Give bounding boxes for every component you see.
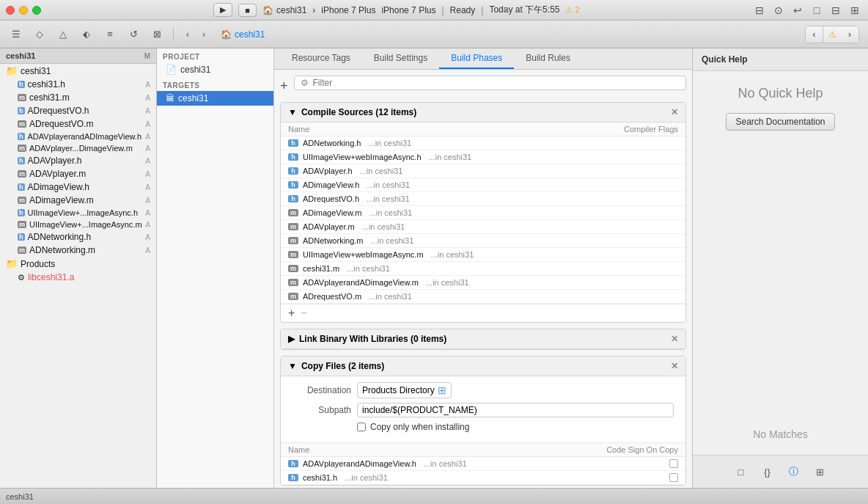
add-file-button[interactable]: + (288, 307, 295, 319)
panel-left-icon[interactable]: ⊟ (752, 3, 767, 18)
snippet-icon[interactable]: ⬖ (76, 24, 97, 45)
table-row: m ADAVplayerandADimageView.m ...in ceshi… (281, 276, 685, 290)
table-row: h ADAVplayer.h ...in ceshi31 (281, 164, 685, 178)
qh-code-icon[interactable]: {} (759, 463, 776, 481)
h-file-icon: h (18, 107, 25, 114)
copy-phase-close-button[interactable]: ✕ (671, 361, 678, 371)
search-documentation-button[interactable]: Search Documentation (726, 113, 834, 131)
file-location: ...in ceshi31 (347, 264, 390, 273)
filter-input[interactable] (313, 78, 680, 88)
subpath-input[interactable] (357, 403, 674, 417)
history-icon[interactable]: ↺ (123, 24, 144, 45)
code-sign-checkbox[interactable] (669, 459, 678, 468)
project-panel-target-item[interactable]: 🏛 ceshi31 (157, 91, 273, 106)
file-name: ceshi31.m (303, 264, 339, 273)
maximize-button[interactable] (32, 6, 41, 15)
debug-icon[interactable]: ⊙ (771, 3, 786, 18)
file-name: ADrequestVO.h (303, 194, 359, 203)
breadcrumb-text[interactable]: ceshi31 (235, 29, 265, 40)
sidebar-item-adimageviewh[interactable]: h ADimageView.h A (0, 180, 156, 194)
sidebar-item-adnetworkingh[interactable]: h ADNetworking.h A (0, 230, 156, 244)
bookmark-icon[interactable]: ⊠ (147, 24, 167, 45)
sidebar-item-label: ADAVplayer.h (28, 156, 82, 166)
sidebar-item-uiimageviewh[interactable]: h UIImageView+...ImageAsync.h A (0, 207, 156, 219)
tab-resource-tags[interactable]: Resource Tags (280, 48, 362, 69)
sidebar-header: ceshi31 M (0, 48, 156, 64)
warning-icon[interactable]: △ (53, 24, 73, 45)
sidebar-item-adimageviewm[interactable]: m ADimageView.m A (0, 194, 156, 207)
split-h-icon[interactable]: ⊟ (828, 3, 843, 18)
file-name: ADNetworking.m (303, 236, 364, 245)
copy-phase-arrow: ▼ (288, 361, 297, 371)
breakpoint-icon[interactable]: ◇ (29, 24, 50, 45)
sidebar-item-label: ADNetworking.m (29, 245, 95, 255)
code-sign-checkbox[interactable] (669, 473, 678, 482)
file-name: ADAVplayerandADimageView.h (303, 459, 416, 468)
run-button[interactable]: ▶ (213, 3, 232, 17)
sidebar-item-adavplayerm2[interactable]: m ADAVplayer.m A (0, 167, 156, 180)
remove-file-button[interactable]: − (301, 307, 306, 319)
link-phase-close-button[interactable]: ✕ (671, 334, 678, 344)
quick-help-header: Quick Help (693, 48, 868, 71)
sidebar-item-ceshi31h[interactable]: h ceshi31.h A (0, 78, 156, 91)
sidebar-item-adavplayerh2[interactable]: h ADAVplayer.h A (0, 154, 156, 167)
qh-info-icon[interactable]: ⓘ (785, 463, 803, 481)
tab-build-rules[interactable]: Build Rules (514, 48, 582, 69)
destination-select[interactable]: Products Directory ⊞ (357, 382, 452, 398)
tab-build-phases[interactable]: Build Phases (439, 48, 514, 69)
project-label: 🏠 ceshi31 (262, 5, 306, 15)
status-separator: | (441, 5, 444, 15)
file-type-badge: h (288, 167, 298, 175)
sidebar-item-root-folder[interactable]: 📁 ceshi31 (0, 64, 156, 78)
close-button[interactable] (6, 6, 15, 15)
sidebar-item-adavplayerh[interactable]: h ADAVplayerandADImageView.h A (0, 131, 156, 142)
qh-book-icon[interactable]: ⊞ (812, 463, 829, 481)
file-badge: A (145, 183, 150, 191)
compile-sources-header[interactable]: ▼ Compile Sources (12 items) ✕ (281, 103, 685, 123)
split-v-icon[interactable]: ⊞ (847, 3, 862, 18)
status-text: ceshi31 (6, 492, 34, 501)
file-location: ...in ceshi31 (368, 139, 411, 147)
tab-build-settings[interactable]: Build Settings (362, 48, 439, 69)
sidebar-item-label: ADAVplayerandADImageView.h (28, 132, 142, 141)
table-row: m UIImageView+webImageAsync.m ...in cesh… (281, 248, 685, 262)
folder-icon: 📁 (6, 65, 18, 76)
sidebar-item-adrequestVOh[interactable]: h ADrequestVO.h A (0, 104, 156, 117)
qh-file-icon[interactable]: □ (732, 463, 750, 481)
phase-warning-next-button[interactable]: › (841, 26, 858, 43)
minimize-button[interactable] (19, 6, 28, 15)
copy-files-header[interactable]: ▼ Copy Files (2 items) ✕ (281, 357, 685, 376)
stop-button[interactable]: ■ (238, 4, 257, 17)
phase-prev-button[interactable]: ‹ (806, 26, 823, 43)
sidebar-item-adrequestVOm[interactable]: m ADrequestVO.m A (0, 117, 156, 131)
sidebar-item-label: libceshi31.a (28, 272, 74, 282)
copy-col-name: Name (288, 445, 575, 454)
file-name: ADAVplayer.m (303, 222, 355, 231)
add-phase-button[interactable]: + (280, 79, 288, 92)
sidebar-item-label: ADNetworking.h (28, 232, 92, 242)
back-nav-button[interactable]: ‹ (180, 26, 196, 43)
sidebar-item-label: ADimageView.h (28, 182, 90, 192)
sidebar-item-ceshi31m[interactable]: m ceshi31.m A (0, 91, 156, 104)
single-panel-icon[interactable]: □ (809, 3, 824, 18)
sidebar-item-libceshi31[interactable]: ⚙ libceshi31.a (0, 271, 156, 284)
file-badge: A (145, 94, 150, 102)
panel-toggle-icon[interactable]: ☰ (6, 24, 26, 45)
titlebar-right: ⊟ ⊙ ↩ □ ⊟ ⊞ (752, 3, 862, 18)
sidebar-item-products-folder[interactable]: 📁 Products (0, 257, 156, 271)
assistant-icon[interactable]: ↩ (790, 3, 805, 18)
forward-nav-button[interactable]: › (196, 26, 212, 43)
phase-close-button[interactable]: ✕ (671, 107, 678, 117)
list-icon[interactable]: ≡ (100, 24, 120, 45)
phase-next-button[interactable]: ⚠ (823, 26, 841, 43)
copy-only-checkbox[interactable] (357, 423, 366, 431)
sidebar-item-adnetworkingm[interactable]: m ADNetworking.m A (0, 244, 156, 257)
file-type-badge: m (288, 223, 298, 230)
quick-help-bottom-icons: □ {} ⓘ ⊞ (693, 455, 868, 488)
link-binary-header[interactable]: ▶ Link Binary With Libraries (0 items) ✕ (281, 329, 685, 349)
project-panel-project-item[interactable]: 📄 ceshi31 (157, 62, 273, 77)
file-name: ADAVplayerandADimageView.m (303, 278, 419, 287)
sidebar-item-uiimageviewm[interactable]: m UIImageView+...ImageAsync.m A (0, 219, 156, 230)
h-file-icon: h (18, 157, 25, 164)
sidebar-item-adavplayerm[interactable]: m ADAVplayer...DimageView.m A (0, 142, 156, 154)
